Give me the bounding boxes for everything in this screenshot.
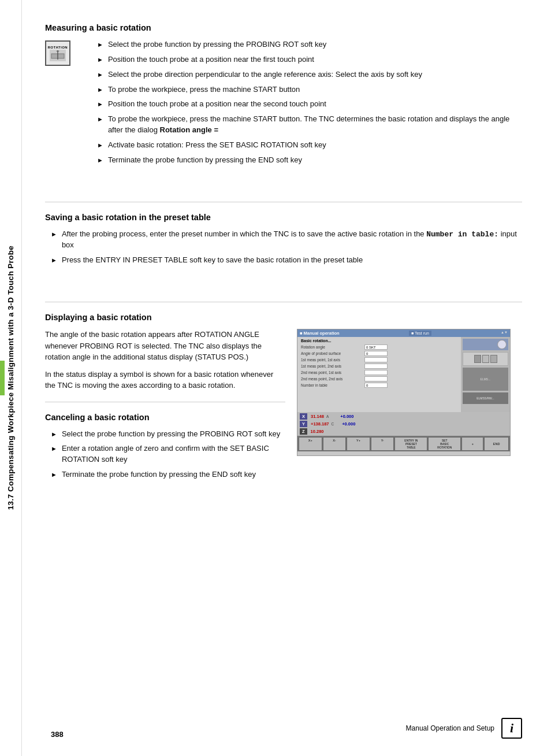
cnc-val-x: 31.148 (311, 414, 324, 419)
divider-2 (45, 302, 522, 302)
bullet-arrow: ► (97, 141, 103, 150)
cnc-row-value: 0 (364, 351, 388, 356)
cnc-softkey-y-plus[interactable]: Y+ (347, 437, 370, 451)
cnc-left-panel: Basic rotation... Rotation angle 0 SKT A… (297, 337, 461, 412)
saving-title: Saving a basic rotation in the preset ta… (45, 213, 522, 222)
bullet-arrow: ► (51, 444, 57, 454)
list-item: ► Position the touch probe at a position… (97, 54, 522, 65)
bold-number-in-table: Number in table: (426, 230, 498, 239)
cnc-row: 2nd meas point, 1st axis (301, 370, 457, 375)
measuring-title: Measuring a basic rotation (45, 23, 522, 32)
bullet-arrow: ► (97, 40, 103, 50)
cnc-row-label: Rotation angle (301, 345, 364, 349)
cnc-row-label: Angle of probed surface (301, 351, 364, 355)
displaying-section: Displaying a basic rotation The angle of… (45, 313, 522, 492)
rotation-icon-label: ROTATION (48, 46, 68, 49)
bullet-text: Press the ENTRY IN PRESET TABLE soft key… (62, 255, 363, 266)
cnc-header: ■ Manual operation ■ Test run ▲▼ (297, 329, 510, 337)
list-item: ► Activate basic rotation: Press the SET… (97, 140, 522, 151)
bold-rotation: Rotation angle = (160, 125, 218, 134)
sidebar: 13.7 Compensating Workpiece Misalignment… (0, 0, 22, 756)
cnc-row: 2nd meas point, 2nd axis (301, 376, 457, 381)
bullet-text: Activate basic rotation: Press the SET B… (108, 140, 326, 151)
bullet-text: After the probing process, enter the pre… (62, 229, 522, 251)
cnc-widget-3-text: ELMS... (481, 377, 491, 381)
cnc-row-label: 2nd meas point, 1st axis (301, 370, 364, 375)
bullet-text: To probe the workpiece, press the machin… (108, 84, 300, 95)
measuring-bullet-list: ► Select the probe function by pressing … (97, 39, 522, 166)
cnc-val-z: 10.280 (311, 429, 324, 434)
list-item: ► Terminate the probe function by pressi… (97, 155, 522, 166)
canceling-title: Canceling a basic rotation (45, 413, 285, 422)
bullet-text: Terminate the probe function by pressing… (62, 469, 256, 480)
cnc-val2-y: +0.000 (342, 421, 355, 427)
cnc-row-value (364, 376, 388, 381)
bullet-arrow: ► (97, 100, 103, 109)
info-icon: i (501, 718, 522, 739)
displaying-title: Displaying a basic rotation (45, 313, 522, 322)
displaying-body1: The angle of the basic rotation appears … (45, 329, 285, 363)
divider-3 (45, 402, 285, 402)
list-item: ► Select the probe function by pressing … (97, 39, 522, 50)
bullet-text: Position the touch probe at a position n… (108, 54, 314, 65)
cnc-softkey-entry-preset[interactable]: ENTRY INPRESETTABLE (394, 437, 427, 451)
cnc-softkey-x-plus[interactable]: X+ (299, 437, 322, 451)
bullet-arrow: ► (51, 430, 57, 439)
bullet-arrow: ► (97, 86, 103, 95)
sidebar-green-tab (0, 361, 5, 395)
cnc-softkey-plus[interactable]: + (461, 437, 483, 451)
rotation-icon-img (50, 50, 66, 61)
cnc-coord-row-x: X 31.148 A +0.000 (300, 413, 508, 420)
cnc-row-value: 0 (364, 383, 388, 388)
cnc-screenshot-col: ■ Manual operation ■ Test run ▲▼ Basic r… (297, 329, 522, 456)
cnc-widget-4-text: ELMSS/RW... (476, 396, 494, 400)
list-item: ► To probe the workpiece, press the mach… (97, 84, 522, 95)
cnc-row: Angle of probed surface 0 (301, 351, 457, 356)
list-item: ► Press the ENTRY IN PRESET TABLE soft k… (51, 255, 522, 266)
bullet-text: Position the touch probe at a position n… (108, 99, 326, 110)
saving-bullet-list: ► After the probing process, enter the p… (51, 229, 522, 266)
cnc-row: Rotation angle 0 SKT (301, 344, 457, 350)
bullet-arrow: ► (97, 115, 103, 124)
list-item: ► Select the probe direction perpendicul… (97, 69, 522, 80)
divider-1 (45, 202, 522, 202)
cnc-softkey-set-basic[interactable]: SETBASICROTATION (428, 437, 461, 451)
cnc-softkey-x-minus[interactable]: X- (323, 437, 347, 451)
bullet-arrow: ► (97, 55, 103, 65)
cnc-indicator-x: A (326, 414, 329, 418)
cnc-row: Number in table 0 (301, 383, 457, 388)
bullet-arrow: ► (51, 256, 57, 265)
cnc-val2-x: +0.000 (340, 414, 353, 419)
info-icon-text: i (510, 721, 513, 736)
cnc-body: Basic rotation... Rotation angle 0 SKT A… (297, 337, 510, 412)
svg-marker-2 (56, 50, 59, 51)
cnc-widget-bar (490, 355, 497, 363)
bullet-text: Select the probe direction perpendicular… (108, 69, 422, 80)
cnc-widget-bar (474, 355, 481, 363)
displaying-body2: In the status display a symbol is shown … (45, 369, 285, 391)
cnc-widget-4: ELMSS/RW... (463, 392, 508, 404)
cnc-softkey-end[interactable]: END (484, 437, 509, 451)
cnc-softkey-y-minus[interactable]: Y- (371, 437, 394, 451)
list-item: ► Select the probe function by pressing … (51, 429, 285, 440)
cnc-screen: ■ Manual operation ■ Test run ▲▼ Basic r… (297, 329, 511, 456)
cnc-row-value (364, 357, 388, 362)
cnc-widget-top (463, 339, 508, 350)
cnc-coords: X 31.148 A +0.000 Y +138.187 C +0.000 (297, 412, 510, 436)
bullet-arrow: ► (51, 470, 57, 480)
cnc-axis-y: Y (300, 421, 307, 427)
list-item: ► Enter a rotation angle of zero and con… (51, 443, 285, 465)
measuring-icon-col: ROTATION (45, 39, 81, 175)
cnc-widget-2 (463, 352, 508, 366)
main-content: Measuring a basic rotation ROTATION (22, 0, 551, 756)
cnc-row: 1st meas point, 2nd axis (301, 364, 457, 369)
cnc-widget-icon (497, 340, 507, 349)
sidebar-title: 13.7 Compensating Workpiece Misalignment… (6, 246, 15, 510)
cnc-row-value (364, 370, 388, 375)
measuring-list-col: ► Select the probe function by pressing … (91, 39, 522, 175)
bullet-text: Terminate the probe function by pressing… (108, 155, 302, 166)
cnc-axis-z: Z (300, 428, 307, 435)
list-item: ► Position the touch probe at a position… (97, 99, 522, 110)
bullet-arrow: ► (97, 71, 103, 80)
list-item: ► To probe the workpiece, press the mach… (97, 114, 522, 136)
